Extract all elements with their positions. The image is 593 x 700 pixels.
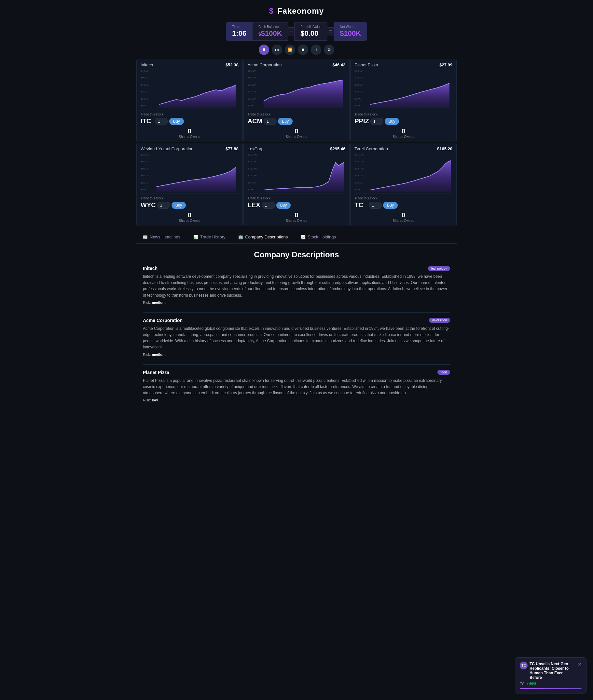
y-label: $240.00 bbox=[248, 160, 257, 163]
fast-forward-button[interactable]: ⏩ bbox=[285, 45, 295, 55]
company-tag: diversified bbox=[429, 318, 450, 323]
stock-name-wyc: Weyland-Yutani Corporation bbox=[141, 146, 193, 151]
tab-company[interactable]: 🏢Company Descriptions bbox=[232, 231, 294, 243]
trade-tab-label: Trade History bbox=[200, 234, 226, 239]
stock-price-ppiz: $27.99 bbox=[439, 62, 452, 67]
cash-stat: Cash Balance $$100K bbox=[252, 22, 288, 41]
stock-price-tc: $165.20 bbox=[437, 146, 452, 151]
step-button[interactable]: ⏭ bbox=[272, 45, 282, 55]
y-label: $0.00 bbox=[354, 104, 362, 107]
buy-button-acm[interactable]: Buy bbox=[278, 118, 292, 125]
stock-name-acm: Acme Corporation bbox=[248, 62, 282, 67]
y-label: $0.00 bbox=[141, 104, 148, 107]
shares-label-tc: Shares Owned bbox=[354, 219, 452, 222]
shares-count-lex: 0 bbox=[248, 211, 346, 219]
y-label: $30.00 bbox=[248, 83, 255, 86]
news-tab-label: News Headlines bbox=[150, 234, 180, 239]
info-button[interactable]: ℹ bbox=[311, 45, 321, 55]
shares-label-wyc: Shares Owned bbox=[141, 219, 239, 222]
settings-button[interactable]: ⚙ bbox=[324, 45, 334, 55]
time-value: 1:06 bbox=[232, 29, 246, 38]
company-desc-item: Initech technology Initech is a leading … bbox=[143, 266, 450, 304]
time-stat: Time: 1:06 bbox=[226, 22, 252, 41]
stock-price-acm: $46.42 bbox=[332, 62, 346, 67]
quantity-input-tc[interactable] bbox=[369, 202, 382, 209]
y-label: $170.00 bbox=[354, 153, 364, 156]
y-label: $0.00 bbox=[248, 104, 255, 107]
company-desc-name: Initech bbox=[143, 266, 158, 271]
stock-price-lex: $295.46 bbox=[330, 146, 345, 151]
stock-card-acm: Acme Corporation $46.42 $50.00$40.00$30.… bbox=[243, 59, 350, 142]
trade-label-ppiz: Trade this stock: bbox=[354, 113, 452, 116]
quantity-input-ppiz[interactable] bbox=[370, 118, 384, 125]
quantity-input-wyc[interactable] bbox=[157, 202, 170, 209]
stock-card-tc: Tyrell Corporation $165.20 $170.00$136.0… bbox=[350, 143, 457, 226]
y-label: $30.00 bbox=[354, 69, 362, 72]
ticker-ppiz: PPIZ bbox=[354, 118, 369, 125]
company-risk: Risk: low bbox=[143, 398, 450, 402]
y-label: $0.00 bbox=[141, 188, 150, 191]
stock-price-wyc: $77.88 bbox=[226, 146, 239, 151]
shares-label-ppiz: Shares Owned bbox=[354, 135, 452, 139]
y-label: $15.00 bbox=[141, 97, 148, 100]
shares-label-acm: Shares Owned bbox=[248, 135, 346, 139]
company-desc-item: Planet Pizza food Planet Pizza is a popu… bbox=[143, 370, 450, 402]
y-label: $0.00 bbox=[248, 188, 257, 191]
y-label: $20.00 bbox=[141, 181, 150, 184]
cash-prefix: $ bbox=[259, 32, 261, 37]
quantity-input-lex[interactable] bbox=[262, 202, 275, 209]
trade-tab-icon: 📊 bbox=[193, 235, 198, 239]
stock-card-lex: LexCorp $295.46 $300.00$240.00$180.00$12… bbox=[243, 143, 350, 226]
buy-button-ppiz[interactable]: Buy bbox=[385, 118, 399, 125]
quantity-input-acm[interactable] bbox=[264, 118, 277, 125]
buy-button-wyc[interactable]: Buy bbox=[171, 202, 186, 209]
y-label: $68.00 bbox=[354, 174, 364, 177]
company-tag: technology bbox=[428, 266, 450, 271]
y-label: $12.00 bbox=[354, 90, 362, 93]
tab-trade[interactable]: 📊Trade History bbox=[187, 231, 232, 243]
stop-button[interactable]: ⏹ bbox=[298, 45, 308, 55]
y-label: $20.00 bbox=[248, 90, 255, 93]
ticker-acm: ACM bbox=[248, 118, 263, 125]
quantity-input-itc[interactable] bbox=[155, 118, 168, 125]
shares-label-lex: Shares Owned bbox=[248, 219, 346, 222]
divider bbox=[143, 312, 450, 313]
company-desc-text: Acme Corporation is a multifaceted globa… bbox=[143, 325, 450, 351]
y-label: $18.00 bbox=[354, 83, 362, 86]
y-label: $120.00 bbox=[248, 174, 257, 177]
holdings-tab-label: Stock Holdings bbox=[308, 234, 336, 239]
stock-price-itc: $52.38 bbox=[226, 62, 239, 67]
stock-card-ppiz: Planet Pizza $27.99 $30.00$24.00$18.00$1… bbox=[350, 59, 457, 142]
buy-button-lex[interactable]: Buy bbox=[276, 202, 291, 209]
buy-button-tc[interactable]: Buy bbox=[383, 202, 398, 209]
company-desc-name: Planet Pizza bbox=[143, 370, 169, 375]
equals-op: = bbox=[327, 27, 334, 36]
shares-count-wyc: 0 bbox=[141, 211, 239, 219]
svg-marker-5 bbox=[370, 161, 451, 191]
tab-holdings[interactable]: 📈Stock Holdings bbox=[294, 231, 343, 243]
company-tab-icon: 🏢 bbox=[238, 235, 243, 239]
y-label: $24.00 bbox=[354, 76, 362, 79]
company-tab-label: Company Descriptions bbox=[245, 234, 288, 239]
y-label: $75.00 bbox=[141, 69, 148, 72]
y-label: $6.00 bbox=[354, 97, 362, 100]
portfolio-label: Portfolio Value bbox=[301, 25, 321, 29]
company-desc-text: Initech is a leading software developmen… bbox=[143, 273, 450, 299]
stock-name-lex: LexCorp bbox=[248, 146, 264, 151]
ticker-lex: LEX bbox=[248, 201, 261, 209]
networth-value: $100K bbox=[340, 29, 361, 38]
y-label: $60.00 bbox=[141, 167, 150, 170]
plus-op: + bbox=[288, 27, 294, 36]
divider bbox=[143, 364, 450, 365]
buy-button-itc[interactable]: Buy bbox=[169, 118, 184, 125]
y-label: $136.00 bbox=[354, 160, 364, 163]
shares-count-tc: 0 bbox=[354, 211, 452, 219]
pause-button[interactable]: ⏸ bbox=[259, 45, 269, 55]
y-label: $300.00 bbox=[248, 153, 257, 156]
company-risk: Risk: medium bbox=[143, 301, 450, 304]
portfolio-value: $0.00 bbox=[301, 29, 321, 38]
y-label: $60.00 bbox=[248, 181, 257, 184]
y-label: $40.00 bbox=[141, 174, 150, 177]
tab-news[interactable]: 📰News Headlines bbox=[136, 231, 187, 243]
y-label: $50.00 bbox=[248, 69, 255, 72]
